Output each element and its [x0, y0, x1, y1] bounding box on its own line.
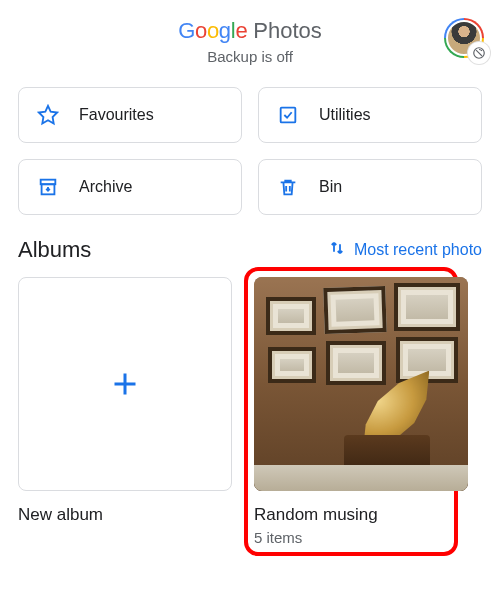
- account-avatar[interactable]: [444, 18, 484, 58]
- albums-heading: Albums: [18, 237, 91, 263]
- bin-label: Bin: [319, 178, 342, 196]
- star-icon: [37, 104, 59, 126]
- sort-label: Most recent photo: [354, 241, 482, 259]
- albums-row: New album Random musing 5 items: [0, 277, 500, 546]
- album-subtitle: 5 items: [254, 529, 448, 546]
- album-title: Random musing: [254, 505, 448, 525]
- google-word: Google: [178, 18, 247, 44]
- sort-icon: [328, 239, 346, 261]
- archive-icon: [37, 176, 59, 198]
- new-album-tile[interactable]: [18, 277, 232, 491]
- photos-word: Photos: [253, 18, 322, 44]
- app-logo: Google Photos: [178, 18, 322, 44]
- favourites-tile[interactable]: Favourites: [18, 87, 242, 143]
- new-album-label: New album: [18, 505, 232, 525]
- album-card[interactable]: Random musing 5 items: [244, 267, 458, 556]
- archive-tile[interactable]: Archive: [18, 159, 242, 215]
- bin-icon: [277, 176, 299, 198]
- archive-label: Archive: [79, 178, 132, 196]
- plus-icon: [107, 366, 143, 402]
- backup-status: Backup is off: [207, 48, 293, 65]
- bin-tile[interactable]: Bin: [258, 159, 482, 215]
- tools-grid: Favourites Utilities Archive Bin: [0, 65, 500, 233]
- sort-button[interactable]: Most recent photo: [328, 239, 482, 261]
- favourites-label: Favourites: [79, 106, 154, 124]
- new-album-card[interactable]: New album: [18, 277, 232, 546]
- utilities-tile[interactable]: Utilities: [258, 87, 482, 143]
- utilities-icon: [277, 104, 299, 126]
- utilities-label: Utilities: [319, 106, 371, 124]
- album-thumbnail[interactable]: [254, 277, 468, 491]
- header: Google Photos Backup is off: [0, 0, 500, 65]
- backup-off-badge-icon: [468, 42, 490, 64]
- svg-rect-1: [281, 108, 296, 123]
